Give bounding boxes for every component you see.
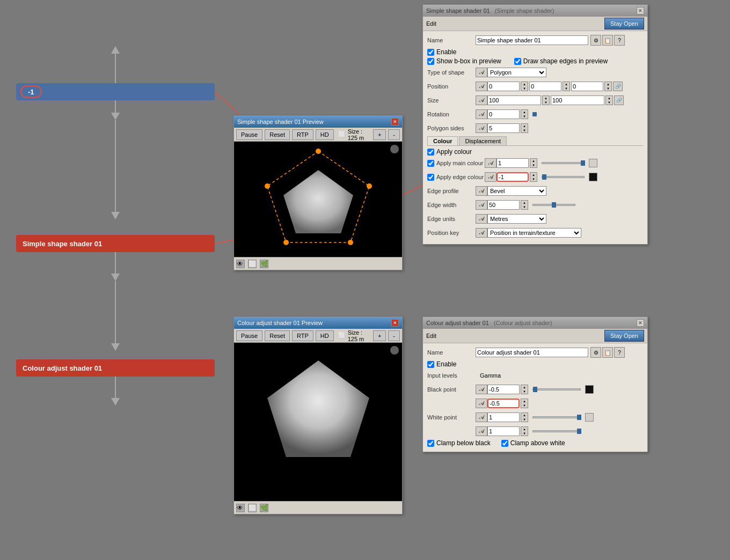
colour-white-swatch1[interactable] <box>585 413 594 422</box>
colour-white-spin1[interactable]: ▲▼ <box>521 412 528 422</box>
colour-white-spin2[interactable]: ▲▼ <box>521 426 528 436</box>
simple-hd-btn[interactable]: HD <box>316 129 334 140</box>
colour-white-anim-icon[interactable]: 𝒜 <box>476 412 487 422</box>
colour-eye-icon[interactable]: 👁 <box>236 504 245 512</box>
simple-grass-icon[interactable]: 🌿 <box>260 260 268 268</box>
simple-apply-colour-check[interactable] <box>427 149 434 156</box>
simple-edge-value-input[interactable] <box>497 172 529 182</box>
colour-rtp-btn[interactable]: RTP <box>292 330 313 341</box>
simple-minus-btn[interactable]: - <box>388 129 400 140</box>
colour-pause-btn[interactable]: Pause <box>236 330 262 341</box>
colour-white-slider2[interactable] <box>532 430 581 432</box>
simple-width-input[interactable] <box>487 200 520 210</box>
colour-plus-btn[interactable]: + <box>373 330 386 341</box>
colour-frame-icon[interactable]: ⬜ <box>248 504 257 512</box>
simple-poly-input[interactable] <box>487 123 520 133</box>
simple-pos-y-spin[interactable]: ▲▼ <box>563 82 570 91</box>
simple-poskey-select[interactable]: Position in terrain/texture <box>487 228 581 238</box>
simple-profile-select[interactable]: Bevel <box>487 186 546 196</box>
colour-white-val2-input[interactable] <box>487 426 520 436</box>
colour-help-icon[interactable]: ? <box>614 347 625 358</box>
colour-grass-icon[interactable]: 🌿 <box>260 504 268 512</box>
simple-size-lock[interactable]: 🔗 <box>614 95 624 105</box>
simple-shader-node[interactable]: Simple shape shader 01 <box>16 235 215 252</box>
simple-type-select[interactable]: Polygon <box>487 68 546 77</box>
colour-black-val1-input[interactable] <box>487 385 520 394</box>
simple-rtp-btn[interactable]: RTP <box>292 129 313 140</box>
simple-units-anim-icon[interactable]: 𝒜 <box>476 214 487 224</box>
simple-poly-spin[interactable]: ▲▼ <box>521 123 528 133</box>
colour-black-swatch1[interactable] <box>585 385 594 394</box>
simple-enable-check[interactable] <box>427 49 434 56</box>
simple-help-icon[interactable]: ? <box>614 35 625 46</box>
simple-plus-btn[interactable]: + <box>373 129 386 140</box>
simple-main-anim-icon[interactable]: 𝒜 <box>485 158 497 168</box>
colour-black-spin1[interactable]: ▲▼ <box>521 385 528 394</box>
simple-poskey-anim-icon[interactable]: 𝒜 <box>476 228 487 238</box>
simple-pos-anim-icon[interactable]: 𝒜 <box>476 82 487 91</box>
simple-size-w[interactable] <box>487 95 541 105</box>
simple-apply-main-check[interactable] <box>427 160 434 167</box>
colour-clamp-below-check[interactable] <box>427 440 434 447</box>
colour-preview-close[interactable]: ✕ <box>391 319 399 327</box>
simple-pos-x[interactable] <box>487 82 520 91</box>
simple-pos-z[interactable] <box>571 82 603 91</box>
simple-rot-spin[interactable]: ▲▼ <box>521 109 528 119</box>
colour-black-spin2[interactable]: ▲▼ <box>521 399 528 408</box>
simple-pos-z-spin[interactable]: ▲▼ <box>604 82 612 91</box>
simple-pos-y[interactable] <box>529 82 561 91</box>
simple-size-w-spin[interactable]: ▲▼ <box>542 95 550 105</box>
simple-pause-btn[interactable]: Pause <box>236 129 262 140</box>
simple-pos-lock[interactable]: 🔗 <box>613 82 623 91</box>
simple-type-anim-icon[interactable]: 𝒜 <box>476 68 487 77</box>
simple-size-h[interactable] <box>551 95 604 105</box>
simple-panel-close[interactable]: ✕ <box>637 7 644 14</box>
colour-gear-icon[interactable]: ⚙ <box>590 347 601 358</box>
colour-handle[interactable] <box>390 346 399 355</box>
colour-white-anim-icon2[interactable]: 𝒜 <box>476 426 487 436</box>
simple-tab-colour[interactable]: Colour <box>427 136 458 145</box>
simple-edge-anim-icon[interactable]: 𝒜 <box>485 172 497 182</box>
simple-size-h-spin[interactable]: ▲▼ <box>605 95 613 105</box>
simple-edge-slider[interactable] <box>542 176 585 178</box>
simple-width-anim-icon[interactable]: 𝒜 <box>476 200 487 210</box>
colour-reset-btn[interactable]: Reset <box>265 330 290 341</box>
simple-main-slider[interactable] <box>542 162 585 164</box>
colour-minus-btn[interactable]: - <box>388 330 400 341</box>
simple-bbox-check[interactable] <box>427 58 434 65</box>
simple-name-input[interactable] <box>476 35 588 45</box>
colour-white-val1-input[interactable] <box>487 412 520 422</box>
simple-copy-icon[interactable]: 📋 <box>602 35 613 46</box>
simple-units-select[interactable]: Metres <box>487 214 546 224</box>
simple-gear-icon[interactable]: ⚙ <box>590 35 601 46</box>
colour-enable-check[interactable] <box>427 361 434 368</box>
simple-frame-icon[interactable]: ⬜ <box>248 260 257 268</box>
colour-white-slider1[interactable] <box>532 416 581 418</box>
simple-width-slider[interactable] <box>532 204 575 206</box>
simple-handle[interactable] <box>390 145 399 153</box>
colour-clamp-above-check[interactable] <box>501 440 508 447</box>
simple-width-spin[interactable]: ▲▼ <box>521 200 528 210</box>
simple-stay-open-btn[interactable]: Stay Open <box>604 18 644 30</box>
simple-rotation-input[interactable] <box>487 109 520 119</box>
colour-black-anim-icon2[interactable]: 𝒜 <box>476 399 487 408</box>
colour-black-val2-input[interactable] <box>487 399 520 408</box>
simple-rot-anim-icon[interactable]: 𝒜 <box>476 109 487 119</box>
colour-hd-btn[interactable]: HD <box>316 330 334 341</box>
simple-poly-anim-icon[interactable]: 𝒜 <box>476 123 487 133</box>
colour-stay-open-btn[interactable]: Stay Open <box>604 330 644 342</box>
simple-size-anim-icon[interactable]: 𝒜 <box>476 95 487 105</box>
colour-copy-icon[interactable]: 📋 <box>602 347 613 358</box>
simple-edge-swatch[interactable] <box>589 173 597 181</box>
simple-tab-displacement[interactable]: Displacement <box>459 136 507 145</box>
simple-draw-edges-check[interactable] <box>514 58 521 65</box>
simple-main-swatch[interactable] <box>589 159 597 167</box>
simple-main-spin[interactable]: ▲▼ <box>530 158 537 168</box>
simple-profile-anim-icon[interactable]: 𝒜 <box>476 186 487 196</box>
simple-edge-spin[interactable]: ▲▼ <box>530 172 537 182</box>
colour-panel-close[interactable]: ✕ <box>637 319 644 327</box>
colour-black-slider1[interactable] <box>532 388 581 390</box>
simple-preview-close[interactable]: ✕ <box>391 118 399 126</box>
simple-reset-btn[interactable]: Reset <box>265 129 290 140</box>
colour-shader-node[interactable]: Colour adjust shader 01 <box>16 359 215 377</box>
